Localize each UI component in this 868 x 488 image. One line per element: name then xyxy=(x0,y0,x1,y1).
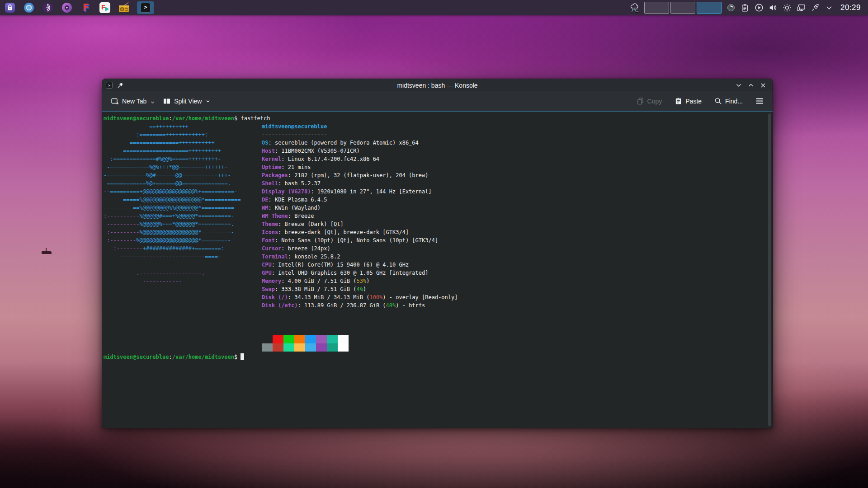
chevron-down-icon xyxy=(151,99,155,103)
find-button[interactable]: Find... xyxy=(710,94,747,108)
palette-swatch xyxy=(327,343,338,352)
search-icon xyxy=(714,97,722,105)
titlebar[interactable]: > midtsveen : bash — Konsole xyxy=(102,79,773,91)
system-tray-area: 7°C xyxy=(630,2,868,14)
palette-swatch xyxy=(273,335,283,343)
minimize-button[interactable] xyxy=(735,81,743,89)
copy-button[interactable]: Copy xyxy=(632,94,666,108)
palette-row-bright xyxy=(262,343,349,352)
shell-prompt[interactable]: midtsveen@secureblue:/var/home/midtsveen… xyxy=(104,353,244,361)
palette-swatch xyxy=(305,335,316,343)
color-palette xyxy=(262,335,349,352)
palette-row-normal xyxy=(262,335,349,343)
weather-temperature: 7°C xyxy=(631,9,639,13)
find-label: Find... xyxy=(725,98,743,105)
clock[interactable]: 20:29 xyxy=(839,3,864,12)
split-view-button[interactable]: Split View xyxy=(159,94,214,108)
fdroid-tile-icon[interactable]: F xyxy=(99,2,111,14)
palette-swatch xyxy=(338,343,349,352)
radio-app-icon[interactable] xyxy=(118,2,130,14)
tray-expand-chevron-icon[interactable] xyxy=(824,3,834,13)
media-play-icon[interactable] xyxy=(754,3,764,13)
copy-label: Copy xyxy=(647,98,662,105)
pin-icon[interactable] xyxy=(117,82,123,89)
new-tab-icon xyxy=(111,97,119,105)
close-button[interactable] xyxy=(759,81,767,89)
fastfetch-info: midtsveen@secureblue -------------------… xyxy=(262,122,458,310)
ship-silhouette xyxy=(42,251,52,254)
palette-swatch xyxy=(283,343,294,352)
launch-rocket-icon[interactable] xyxy=(810,3,820,13)
palette-swatch xyxy=(305,343,316,352)
maximize-button[interactable] xyxy=(747,81,755,89)
display-icon[interactable] xyxy=(796,3,806,13)
browser-icon[interactable] xyxy=(23,2,35,14)
taskbar: F F > xyxy=(0,1,154,14)
brightness-icon[interactable] xyxy=(782,3,792,13)
freetube-icon[interactable]: F xyxy=(80,2,92,14)
system-tray xyxy=(726,3,834,13)
hamburger-menu-button[interactable] xyxy=(751,94,768,108)
palette-swatch xyxy=(273,343,283,352)
palette-swatch xyxy=(316,335,327,343)
virtual-desktop-pager xyxy=(644,2,722,14)
terminal-cursor xyxy=(241,353,244,360)
virtual-desktop-2[interactable] xyxy=(670,2,695,14)
media-disc-app-icon[interactable] xyxy=(61,2,73,14)
lock-app-icon[interactable] xyxy=(4,2,16,14)
palette-swatch xyxy=(327,335,338,343)
copy-icon xyxy=(637,97,644,105)
toolbar: New Tab Split View xyxy=(102,91,773,111)
virtual-desktop-3[interactable] xyxy=(697,2,722,14)
konsole-window: > midtsveen : bash — Konsole xyxy=(102,79,773,428)
virtual-desktop-1[interactable] xyxy=(644,2,669,14)
palette-swatch xyxy=(316,343,327,352)
palette-swatch xyxy=(294,343,305,352)
command-line: midtsveen@secureblue:/var/home/midtsveen… xyxy=(104,114,270,122)
palette-swatch xyxy=(262,335,273,343)
window-app-icon: > xyxy=(106,82,113,89)
paste-label: Paste xyxy=(685,98,702,105)
palette-swatch xyxy=(262,343,273,352)
clipboard-icon[interactable] xyxy=(740,3,750,13)
split-view-label: Split View xyxy=(174,98,202,105)
palette-swatch xyxy=(283,335,294,343)
media-disc-icon[interactable] xyxy=(726,3,736,13)
scrollbar[interactable] xyxy=(768,113,771,426)
konsole-task-active[interactable]: > xyxy=(137,1,154,14)
split-view-icon xyxy=(163,97,171,105)
palette-swatch xyxy=(294,335,305,343)
top-panel: F F > xyxy=(0,0,868,15)
volume-icon[interactable] xyxy=(768,3,778,13)
fastfetch-logo: ==++++++++++ :========++++++++++++: ====… xyxy=(104,122,241,285)
palette-swatch xyxy=(338,335,349,343)
weather-widget[interactable]: 7°C xyxy=(630,3,640,13)
konsole-icon: > xyxy=(141,3,151,13)
new-tab-button[interactable]: New Tab xyxy=(107,94,159,108)
terminal-area[interactable]: midtsveen@secureblue:/var/home/midtsveen… xyxy=(102,112,773,428)
hamburger-icon xyxy=(755,97,764,105)
paste-button[interactable]: Paste xyxy=(670,94,706,108)
window-title: midtsveen : bash — Konsole xyxy=(102,82,773,89)
tor-browser-icon[interactable] xyxy=(42,2,54,14)
screen: F F > xyxy=(0,0,868,488)
new-tab-label: New Tab xyxy=(122,98,146,105)
chevron-down-icon xyxy=(206,99,210,103)
paste-icon xyxy=(675,97,682,105)
